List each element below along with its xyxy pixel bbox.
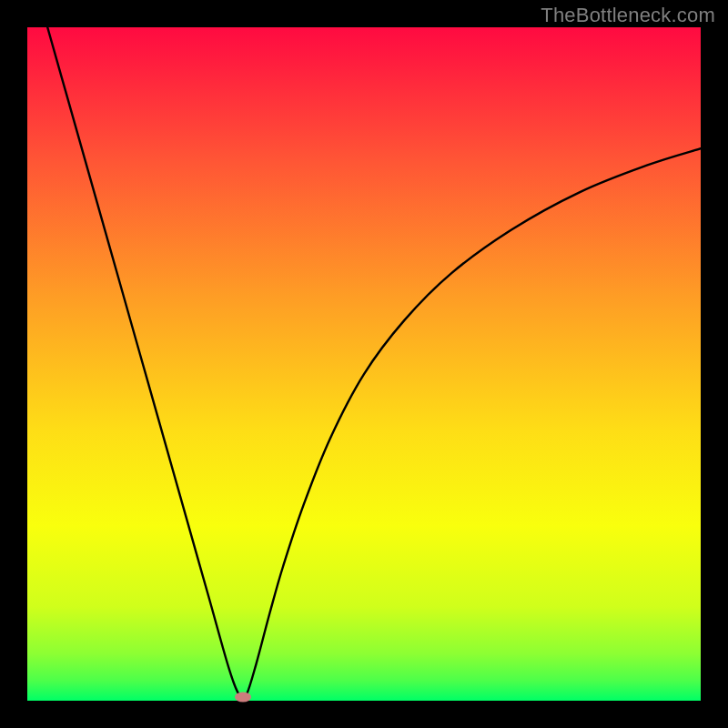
- plot-area: [27, 27, 701, 701]
- optimal-point-marker: [235, 693, 251, 703]
- chart-canvas: TheBottleneck.com: [0, 0, 728, 728]
- watermark-text: TheBottleneck.com: [541, 4, 715, 27]
- bottleneck-curve: [27, 27, 701, 701]
